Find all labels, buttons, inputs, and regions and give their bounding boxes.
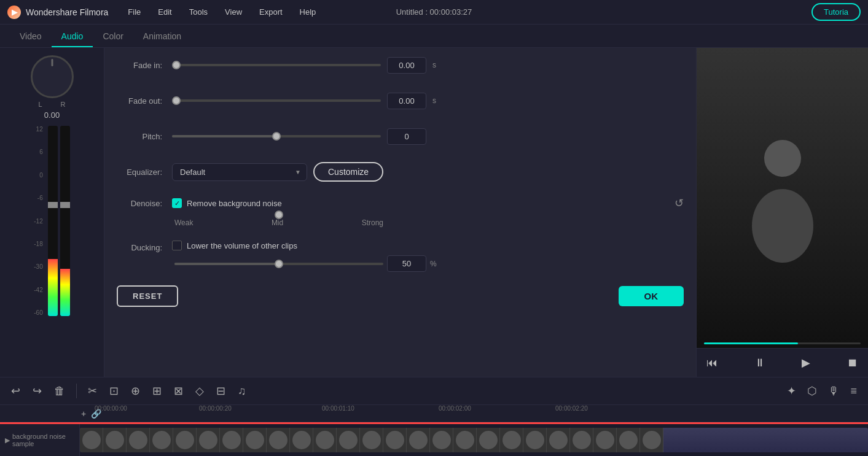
bottom-buttons: RESET OK xyxy=(117,285,684,307)
pitch-label: Pitch: xyxy=(117,132,172,141)
tab-audio[interactable]: Audio xyxy=(52,26,93,47)
track-play-icon[interactable]: ▶ xyxy=(5,436,10,444)
time-mark-2: 00:00:01:10 xyxy=(322,405,354,412)
clip-thumb-24 xyxy=(617,428,640,452)
shield-button[interactable]: ⬡ xyxy=(803,381,821,401)
video-progress-fill xyxy=(704,342,798,344)
fade-out-value[interactable]: 0.00 xyxy=(387,93,426,109)
meter-bar-left xyxy=(48,126,58,316)
tab-video[interactable]: Video xyxy=(10,26,52,47)
toolbar-right: ✦ ⬡ 🎙 ≡ xyxy=(783,381,861,401)
meter-handle-left[interactable] xyxy=(48,202,58,208)
meter-handle-right[interactable] xyxy=(60,202,70,208)
clip-thumb-17 xyxy=(453,428,477,452)
add-track-button[interactable]: + xyxy=(80,408,87,420)
play-button[interactable]: ▶ xyxy=(799,354,813,372)
ducking-value-row: 50 % xyxy=(174,255,684,272)
ducking-checkbox-label[interactable]: Lower the volume of other clips xyxy=(172,241,297,250)
pitch-row: Pitch: 0 xyxy=(117,125,684,147)
menu-tools[interactable]: Tools xyxy=(182,4,215,20)
fade-out-label: Fade out: xyxy=(117,96,172,106)
tab-color[interactable]: Color xyxy=(93,26,133,47)
ducking-slider[interactable] xyxy=(174,263,383,265)
tab-animation[interactable]: Animation xyxy=(133,26,191,47)
denoise-checkbox-row: ✓ Remove background noise ↺ xyxy=(172,196,684,210)
fade-out-unit: s xyxy=(432,96,436,105)
fade-out-slider[interactable] xyxy=(172,99,381,102)
denoise-checkbox-label[interactable]: ✓ Remove background noise xyxy=(172,198,282,208)
time-mark-0: 00:00:00:00 xyxy=(95,405,127,412)
clip-thumb-11 xyxy=(313,428,337,452)
adjust-button[interactable]: ⊟ xyxy=(213,381,229,401)
video-preview xyxy=(697,48,868,342)
equalizer-select[interactable]: Default Custom Classical Pop Rock Jazz xyxy=(172,163,307,181)
redo-button[interactable]: ↪ xyxy=(29,381,45,401)
video-progress-bar[interactable] xyxy=(704,342,861,344)
denoise-level-strong: Strong xyxy=(362,218,383,227)
video-person-svg xyxy=(740,128,826,263)
denoise-reset-icon[interactable]: ↺ xyxy=(674,196,684,210)
mic-button[interactable]: 🎙 xyxy=(824,381,843,401)
svg-point-0 xyxy=(764,140,801,177)
pause-button[interactable]: ⏸ xyxy=(752,354,768,372)
transform-button[interactable]: ⊞ xyxy=(149,381,165,401)
meter-scale: 12 6 0 -6 -12 -18 -30 -42 -60 xyxy=(34,126,45,316)
volume-knob-area: L R 0.00 xyxy=(0,55,104,120)
video-thumbnail xyxy=(697,48,868,342)
menu-help[interactable]: Help xyxy=(292,4,324,20)
cut-button[interactable]: ✂ xyxy=(84,381,101,401)
volume-knob[interactable] xyxy=(31,55,74,98)
menu-export[interactable]: Export xyxy=(252,4,290,20)
track-clip[interactable] xyxy=(80,428,868,452)
pitch-slider[interactable] xyxy=(172,135,381,137)
menu-bar: ▶ Wondershare Filmora File Edit Tools Vi… xyxy=(0,0,868,25)
center-panel: Fade in: 0.00 s Fade out: 0.00 s xyxy=(104,48,696,377)
clip-thumb-3 xyxy=(127,428,150,452)
audio-wave-button[interactable]: ♫ xyxy=(234,381,250,401)
app-logo-icon: ▶ xyxy=(7,6,21,19)
stop-button[interactable]: ⏹ xyxy=(845,354,861,372)
ok-button[interactable]: OK xyxy=(619,286,684,306)
menu-view[interactable]: View xyxy=(217,4,249,20)
shape-button[interactable]: ◇ xyxy=(192,381,208,401)
search-button[interactable]: ⊕ xyxy=(127,381,144,401)
clip-thumbnails xyxy=(80,428,663,452)
denoise-label: Denoise: xyxy=(117,196,172,208)
knob-label-l: L xyxy=(38,101,42,108)
zoom-fit-button[interactable]: ⊠ xyxy=(170,381,187,401)
fade-in-value[interactable]: 0.00 xyxy=(387,57,426,74)
clip-thumb-4 xyxy=(150,428,173,452)
fade-out-content: 0.00 s xyxy=(172,93,684,109)
undo-button[interactable]: ↩ xyxy=(7,381,24,401)
clip-thumb-21 xyxy=(547,428,570,452)
fade-in-slider[interactable] xyxy=(172,64,381,66)
denoise-checkbox[interactable]: ✓ xyxy=(172,198,182,208)
customize-button[interactable]: Customize xyxy=(313,162,383,182)
list-button[interactable]: ≡ xyxy=(846,381,861,401)
ducking-checkbox-row: Lower the volume of other clips xyxy=(172,241,684,250)
window-title: Untitled : 00:00:03:27 xyxy=(396,7,472,17)
clip-thumb-6 xyxy=(197,428,220,452)
right-panel: ⏮ ⏸ ▶ ⏹ xyxy=(696,48,868,377)
denoise-level-weak: Weak xyxy=(174,218,193,227)
denoise-slider-row: Weak Mid Strong xyxy=(174,215,383,227)
time-mark-4: 00:00:02:20 xyxy=(555,405,588,412)
knob-label-r: R xyxy=(61,101,66,108)
track-name: background noise sample xyxy=(12,433,74,447)
denoise-row: Denoise: ✓ Remove background noise ↺ xyxy=(117,196,684,227)
menu-edit[interactable]: Edit xyxy=(151,4,179,20)
crop-button[interactable]: ⊡ xyxy=(106,381,122,401)
delete-button[interactable]: 🗑 xyxy=(50,381,69,401)
clip-thumb-19 xyxy=(500,428,523,452)
reset-button[interactable]: RESET xyxy=(117,285,178,307)
rewind-button[interactable]: ⏮ xyxy=(704,354,720,372)
tutorial-button[interactable]: Tutoria xyxy=(811,3,861,21)
clip-thumb-14 xyxy=(383,428,407,452)
ducking-value[interactable]: 50 xyxy=(387,255,426,272)
clip-thumb-16 xyxy=(430,428,453,452)
ducking-checkbox[interactable] xyxy=(172,241,182,250)
effects-button[interactable]: ✦ xyxy=(783,381,800,401)
pitch-value[interactable]: 0 xyxy=(387,128,426,145)
clip-thumb-2 xyxy=(103,428,127,452)
menu-file[interactable]: File xyxy=(120,4,148,20)
